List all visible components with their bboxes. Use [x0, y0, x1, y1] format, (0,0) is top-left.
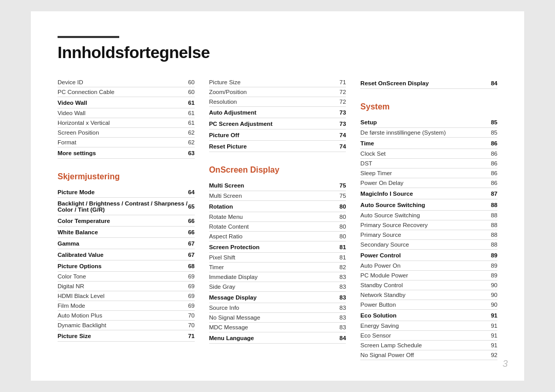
table-row: Digital NR69 [58, 282, 195, 291]
toc-number: 73 [333, 118, 346, 129]
toc-label: MagicInfo I Source [360, 188, 488, 199]
table-row: Video Wall61 [58, 108, 195, 118]
toc-label: Network Standby [360, 290, 488, 300]
toc-label: Multi Screen [209, 180, 330, 191]
table-row: Primary Source88 [360, 230, 497, 240]
col1-section-title: Skjermjustering [58, 172, 195, 181]
toc-label: Secondary Source [360, 240, 488, 250]
toc-label: Clock Set [360, 149, 488, 159]
toc-label: More settings [58, 147, 180, 159]
table-row: Clock Set86 [360, 149, 497, 159]
table-row: Auto Power On89 [360, 261, 497, 271]
table-row: Picture Size71 [58, 330, 195, 342]
toc-number: 89 [488, 261, 497, 271]
table-row: PC Screen Adjustment73 [209, 118, 346, 129]
toc-number: 67 [188, 238, 195, 249]
toc-label: Video Wall [58, 97, 180, 108]
toc-number: 60 [180, 78, 195, 87]
table-row: Power Control89 [360, 250, 497, 261]
table-row: Power On Delay86 [360, 178, 497, 188]
table-row: Pixel Shift81 [209, 253, 346, 263]
table-row: Aspect Ratio80 [209, 232, 346, 241]
toc-label: Multi Screen [209, 191, 330, 201]
toc-number: 64 [188, 186, 195, 198]
table-row: Format62 [58, 138, 195, 147]
toc-number: 69 [188, 291, 195, 301]
table-row: Dynamic Backlight70 [58, 321, 195, 330]
toc-number: 75 [330, 191, 346, 201]
toc-label: Picture Size [58, 330, 188, 342]
toc-label: Gamma [58, 238, 188, 249]
toc-number: 69 [188, 282, 195, 291]
table-row: Energy Saving91 [360, 321, 497, 331]
toc-number: 90 [488, 290, 497, 300]
toc-number: 90 [488, 281, 497, 290]
table-row: MagicInfo I Source87 [360, 188, 497, 199]
toc-number: 66 [188, 227, 195, 238]
table-row: PC Connection Cable60 [58, 87, 195, 97]
toc-number: 92 [488, 350, 497, 360]
toc-label: Message Display [209, 292, 330, 303]
toc-number: 65 [188, 198, 195, 215]
col3: Reset OnScreen Display84 System Setup85D… [360, 78, 497, 360]
toc-label: Menu Language [209, 332, 330, 344]
table-row: Immediate Display83 [209, 272, 346, 282]
table-row: Menu Language84 [209, 332, 346, 344]
table-row: Eco Solution91 [360, 310, 497, 321]
toc-number: 86 [488, 138, 497, 149]
toc-label: Power On Delay [360, 178, 488, 188]
toc-label: Immediate Display [209, 272, 330, 282]
toc-label: Horizontal x Vertical [58, 118, 180, 128]
table-row: Side Gray83 [209, 282, 346, 292]
toc-number: 87 [488, 188, 497, 199]
table-row: No Signal Message83 [209, 313, 346, 323]
toc-number: 61 [180, 118, 195, 128]
toc-number: 62 [180, 138, 195, 147]
toc-number: 70 [188, 321, 195, 330]
toc-label: Screen Position [58, 128, 180, 138]
table-row: No Signal Power Off92 [360, 350, 497, 360]
table-row: Time86 [360, 138, 497, 149]
toc-number: 67 [188, 249, 195, 260]
toc-number: 86 [488, 169, 497, 178]
table-row: Resolution72 [209, 97, 346, 107]
toc-label: Rotation [209, 201, 330, 212]
toc-number: 84 [330, 332, 346, 344]
table-row: Color Temperature66 [58, 215, 195, 227]
toc-label: Side Gray [209, 282, 330, 292]
toc-number: 86 [488, 159, 497, 169]
toc-number: 72 [333, 97, 346, 107]
columns: Device ID60PC Connection Cable60Video Wa… [58, 78, 497, 360]
table-row: Sleep Timer86 [360, 169, 497, 178]
table-row: Eco Sensor91 [360, 331, 497, 341]
table-row: Film Mode69 [58, 301, 195, 311]
toc-number: 83 [330, 303, 346, 313]
table-row: PC Module Power89 [360, 271, 497, 281]
toc-number: 74 [333, 141, 346, 152]
toc-label: Timer [209, 263, 330, 272]
toc-number: 68 [188, 260, 195, 272]
table-row: Auto Motion Plus70 [58, 311, 195, 321]
toc-number: 73 [333, 107, 346, 118]
table-row: Device ID60 [58, 78, 195, 87]
toc-number: 66 [188, 215, 195, 227]
toc-label: Picture Off [209, 129, 334, 141]
toc-number: 88 [488, 211, 497, 220]
toc-label: Screen Protection [209, 241, 330, 253]
table-row: Rotate Menu80 [209, 212, 346, 222]
table-row: Rotation80 [209, 201, 346, 212]
table-row: Gamma67 [58, 238, 195, 249]
table-row: HDMI Black Level69 [58, 291, 195, 301]
toc-label: Color Tone [58, 272, 188, 282]
col1-bottom-table: Picture Mode64Backlight / Brightness / C… [58, 186, 195, 342]
col3-top-table: Reset OnScreen Display84 [360, 78, 497, 89]
toc-label: Aspect Ratio [209, 232, 330, 241]
table-row: Auto Source Switching88 [360, 199, 497, 211]
page: Innholdsfortegnelse Device ID60PC Connec… [31, 11, 524, 381]
toc-label: White Balance [58, 227, 188, 238]
toc-number: 80 [330, 232, 346, 241]
table-row: Source Info83 [209, 303, 346, 313]
toc-label: Auto Power On [360, 261, 488, 271]
table-row: Zoom/Position72 [209, 87, 346, 97]
toc-number: 89 [488, 250, 497, 261]
